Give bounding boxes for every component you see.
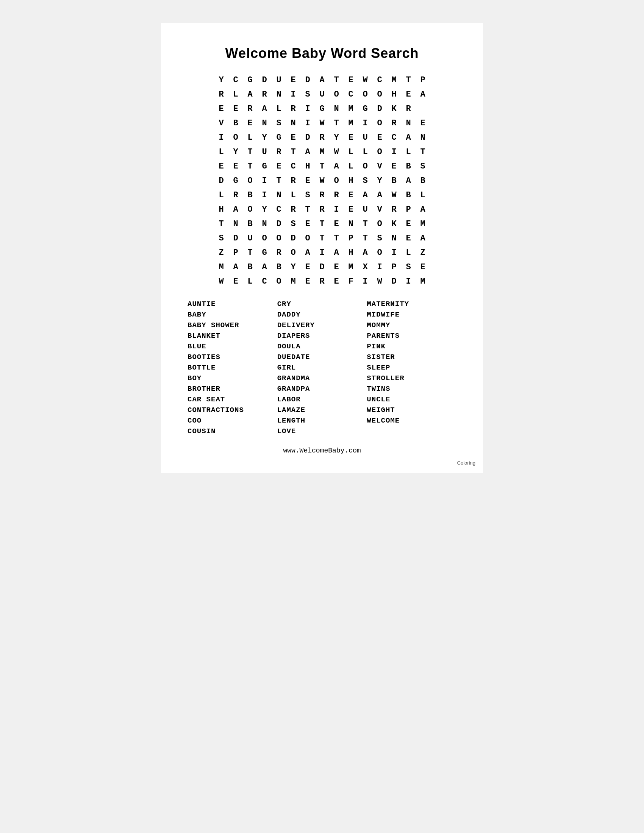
grid-cell-14-11: W: [372, 274, 387, 288]
grid-cell-5-4: R: [272, 145, 286, 159]
grid-cell-11-8: T: [329, 231, 344, 245]
grid-cell-1-12: H: [387, 87, 401, 101]
grid-cell-4-6: D: [300, 130, 315, 145]
word-list-item: BOY: [188, 374, 277, 383]
grid-cell-4-13: A: [401, 130, 415, 145]
grid-cell-6-5: C: [286, 159, 300, 174]
grid-cell-10-1: N: [229, 217, 243, 231]
word-list-item: SLEEP: [367, 363, 456, 372]
grid-cell-0-10: W: [358, 73, 372, 87]
grid-cell-3-14: E: [415, 116, 430, 130]
grid-cell-14-7: R: [315, 274, 329, 288]
grid-cell-1-9: C: [344, 87, 358, 101]
word-list-item: WEIGHT: [367, 406, 456, 414]
grid-cell-6-1: E: [229, 159, 243, 174]
grid-cell-12-13: L: [401, 245, 415, 260]
grid-cell-13-8: E: [329, 260, 344, 274]
grid-cell-13-13: S: [401, 260, 415, 274]
grid-cell-7-12: B: [387, 174, 401, 188]
grid-cell-7-5: R: [286, 174, 300, 188]
grid-cell-2-3: A: [257, 101, 272, 116]
grid-cell-0-12: M: [387, 73, 401, 87]
word-list-item: LENGTH: [277, 416, 367, 425]
word-list-item: BLANKET: [188, 332, 277, 340]
grid-cell-11-1: D: [229, 231, 243, 245]
grid-cell-11-2: U: [243, 231, 257, 245]
word-list-item: MATERNITY: [367, 300, 456, 308]
grid-cell-4-9: E: [344, 130, 358, 145]
grid-cell-14-8: E: [329, 274, 344, 288]
word-list-item: SISTER: [367, 353, 456, 361]
grid-cell-3-9: M: [344, 116, 358, 130]
grid-cell-2-0: E: [214, 101, 229, 116]
grid-cell-11-5: D: [286, 231, 300, 245]
grid-cell-2-7: G: [315, 101, 329, 116]
grid-cell-6-11: V: [372, 159, 387, 174]
grid-cell-9-5: R: [286, 202, 300, 217]
grid-cell-3-10: I: [358, 116, 372, 130]
grid-cell-11-4: O: [272, 231, 286, 245]
grid-cell-5-6: A: [300, 145, 315, 159]
grid-cell-14-1: E: [229, 274, 243, 288]
grid-cell-0-7: A: [315, 73, 329, 87]
grid-cell-10-11: O: [372, 217, 387, 231]
grid-cell-7-7: W: [315, 174, 329, 188]
grid-cell-6-0: E: [214, 159, 229, 174]
grid-cell-12-7: I: [315, 245, 329, 260]
grid-cell-12-3: G: [257, 245, 272, 260]
grid-cell-14-6: E: [300, 274, 315, 288]
grid-cell-8-9: E: [344, 188, 358, 202]
word-list-item: TWINS: [367, 385, 456, 393]
grid-cell-13-4: B: [272, 260, 286, 274]
grid-cell-10-12: K: [387, 217, 401, 231]
word-list-item: COUSIN: [188, 427, 277, 436]
grid-cell-5-12: I: [387, 145, 401, 159]
grid-cell-5-0: L: [214, 145, 229, 159]
word-list-item: BOTTLE: [188, 363, 277, 372]
grid-cell-2-2: R: [243, 101, 257, 116]
word-search-grid: YCGDUEDATEWCMTPRLARNISUOCOOHEAEERALRIGNM…: [214, 73, 430, 288]
grid-cell-1-10: O: [358, 87, 372, 101]
grid-cell-0-4: U: [272, 73, 286, 87]
grid-cell-13-0: M: [214, 260, 229, 274]
grid-cell-1-5: I: [286, 87, 300, 101]
word-list-item: AUNTIE: [188, 300, 277, 308]
grid-cell-4-0: I: [214, 130, 229, 145]
grid-cell-9-8: I: [329, 202, 344, 217]
grid-cell-10-10: T: [358, 217, 372, 231]
grid-cell-13-1: A: [229, 260, 243, 274]
grid-cell-3-7: W: [315, 116, 329, 130]
grid-cell-13-10: X: [358, 260, 372, 274]
grid-cell-8-4: N: [272, 188, 286, 202]
grid-cell-9-4: C: [272, 202, 286, 217]
grid-cell-4-10: U: [358, 130, 372, 145]
grid-cell-6-8: A: [329, 159, 344, 174]
grid-cell-12-6: A: [300, 245, 315, 260]
word-list-item: CAR SEAT: [188, 395, 277, 404]
grid-cell-14-2: L: [243, 274, 257, 288]
grid-cell-2-1: E: [229, 101, 243, 116]
grid-cell-7-4: T: [272, 174, 286, 188]
grid-cell-12-14: Z: [415, 245, 430, 260]
grid-cell-13-11: I: [372, 260, 387, 274]
grid-cell-13-12: P: [387, 260, 401, 274]
grid-cell-14-13: I: [401, 274, 415, 288]
grid-cell-3-0: V: [214, 116, 229, 130]
grid-cell-14-9: F: [344, 274, 358, 288]
word-list-item: UNCLE: [367, 395, 456, 404]
grid-cell-8-2: B: [243, 188, 257, 202]
word-list-item: PINK: [367, 342, 456, 351]
grid-cell-0-3: D: [257, 73, 272, 87]
grid-cell-9-9: E: [344, 202, 358, 217]
grid-cell-7-6: E: [300, 174, 315, 188]
grid-cell-3-4: S: [272, 116, 286, 130]
grid-cell-10-8: E: [329, 217, 344, 231]
grid-cell-0-6: D: [300, 73, 315, 87]
grid-cell-4-12: C: [387, 130, 401, 145]
grid-cell-6-3: G: [257, 159, 272, 174]
word-list-item: MIDWIFE: [367, 310, 456, 319]
grid-cell-10-5: S: [286, 217, 300, 231]
word-list-item: MOMMY: [367, 321, 456, 330]
grid-cell-8-3: I: [257, 188, 272, 202]
word-list-item: PARENTS: [367, 332, 456, 340]
